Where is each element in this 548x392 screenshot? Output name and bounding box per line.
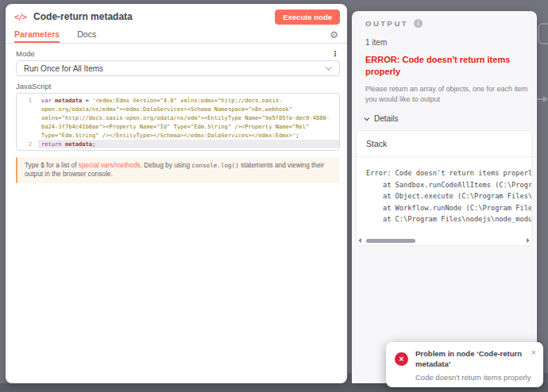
toast-close-icon[interactable]: × — [531, 348, 536, 357]
hint-mid: . Debug by using — [141, 161, 192, 169]
code-line[interactable]: open.org/odata/ns/edmx"><edmx:DataServic… — [17, 105, 339, 113]
error-title: ERROR: Code doesn't return items properl… — [365, 54, 528, 78]
parameter-options-kebab-icon[interactable]: ⋮ — [331, 50, 339, 58]
stack-trace: Error: Code doesn't return items properl… — [357, 157, 531, 225]
mode-select-value: Run Once for All Items — [24, 64, 103, 73]
n8n-node-details-view: I wish th </> Code-return metadata Execu… — [0, 0, 548, 392]
code-editor[interactable]: 1var metadata = '<edmx:Edmx Version="4.0… — [16, 93, 340, 151]
hint-prefix: Type $ for a list of — [25, 161, 79, 169]
details-label: Details — [374, 114, 399, 123]
horizontal-scrollbar[interactable] — [358, 237, 530, 244]
node-header: </> Code-return metadata Execute node — [6, 4, 347, 26]
code-editor-rows: 1var metadata = '<edmx:Edmx Version="4.0… — [17, 96, 339, 148]
node-settings-gear-icon[interactable]: ⚙ — [330, 30, 338, 40]
workflow-node-outline — [538, 23, 548, 44]
toast-message: Code doesn't return items properly — [415, 373, 531, 382]
scroll-right-arrow-icon[interactable] — [527, 238, 530, 243]
scrollbar-thumb[interactable] — [366, 239, 415, 243]
code-line[interactable]: 2return metadata; — [17, 140, 339, 148]
scroll-left-arrow-icon[interactable] — [358, 238, 361, 243]
stack-card: Stack Error: Code doesn't return items p… — [356, 130, 532, 246]
special-vars-link[interactable]: special vars/methods — [79, 161, 141, 169]
mode-select[interactable]: Run Once for All Items — [16, 60, 340, 76]
node-settings-panel: </> Code-return metadata Execute node Pa… — [6, 4, 347, 383]
line-number — [17, 122, 38, 131]
line-number — [17, 113, 38, 122]
mode-label: Mode — [16, 49, 35, 58]
line-number: 1 — [17, 96, 38, 105]
line-number: 2 — [17, 140, 38, 148]
execute-node-button[interactable]: Execute node — [275, 10, 340, 25]
items-count: 1 item — [365, 38, 524, 47]
details-toggle[interactable]: Details — [365, 114, 524, 123]
javascript-label: JavaScript — [16, 82, 340, 90]
code-line[interactable]: ba24-3f7b4c41b0ae"><Property Name="Id" T… — [17, 122, 339, 131]
line-number — [17, 131, 38, 140]
tab-parameters[interactable]: Parameters — [14, 26, 60, 43]
console-log-code: console.log() — [191, 162, 238, 169]
node-title[interactable]: Code-return metadata — [33, 11, 133, 22]
output-panel: OUTPUT i 1 item ERROR: Code doesn't retu… — [352, 11, 537, 383]
output-panel-title: OUTPUT — [365, 19, 408, 28]
node-tabs: Parameters Docs ⚙ — [6, 26, 347, 44]
parameters-body: Mode ⋮ Run Once for All Items JavaScript… — [6, 44, 347, 183]
error-circle-x-icon: × — [395, 352, 408, 366]
node-connection-arrow-icon — [543, 96, 548, 102]
toast-title: Problem in node ‘Code-return metadata’ — [415, 348, 533, 369]
chevron-down-icon — [325, 63, 331, 70]
stack-label: Stack — [357, 131, 531, 157]
line-number — [17, 105, 38, 113]
error-toast: × Problem in node ‘Code-return metadata’… — [386, 342, 543, 387]
editor-hint-notice: Type $ for a list of special vars/method… — [16, 157, 340, 183]
code-line[interactable]: Type="Edm.String" /></EntityType></Schem… — [17, 131, 339, 140]
info-icon[interactable]: i — [414, 19, 423, 28]
error-description: Please return an array of objects, one f… — [365, 84, 536, 105]
code-line[interactable]: 1var metadata = '<edmx:Edmx Version="4.0… — [17, 96, 339, 105]
chevron-down-icon — [364, 115, 369, 121]
code-line[interactable]: xmlns="http://docs.oasis-open.org/odata/… — [17, 113, 339, 122]
tab-docs[interactable]: Docs — [77, 26, 96, 43]
code-node-icon: </> — [14, 13, 26, 21]
